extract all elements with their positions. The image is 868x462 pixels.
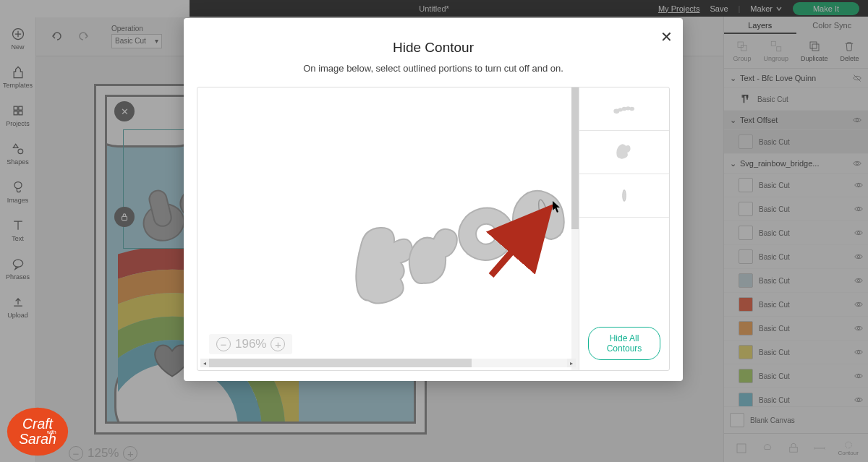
hide-contour-modal: ✕ Hide Contour On image below, select ou… [184, 18, 683, 381]
modal-title: Hide Contour [198, 40, 668, 56]
watermark-logo: Craft with Sarah [6, 406, 69, 458]
svg-text:Sarah: Sarah [19, 432, 56, 447]
contour-thumb[interactable] [579, 87, 669, 131]
preview-zoom[interactable]: − 196% + [209, 334, 292, 354]
svg-point-51 [623, 190, 626, 202]
contour-thumb[interactable] [579, 174, 669, 218]
close-button[interactable]: ✕ [660, 28, 673, 46]
contour-artwork[interactable] [342, 167, 579, 312]
scroll-left-icon[interactable]: ◂ [200, 359, 209, 367]
contour-preview[interactable]: − 196% + ◂ ▸ [197, 87, 579, 370]
svg-point-50 [629, 107, 634, 111]
horizontal-scrollbar[interactable]: ◂ ▸ [200, 359, 576, 367]
modal-subtitle: On image below, select outlined portions… [198, 63, 668, 74]
contour-list: Hide All Contours [579, 87, 669, 370]
zoom-value: 196% [235, 337, 266, 351]
contour-thumb[interactable] [579, 131, 669, 174]
zoom-in-icon[interactable]: + [271, 337, 285, 351]
zoom-out-icon[interactable]: − [216, 337, 231, 351]
hide-all-contours-button[interactable]: Hide All Contours [588, 327, 660, 360]
scroll-right-icon[interactable]: ▸ [567, 359, 576, 367]
cursor-icon [552, 200, 562, 213]
